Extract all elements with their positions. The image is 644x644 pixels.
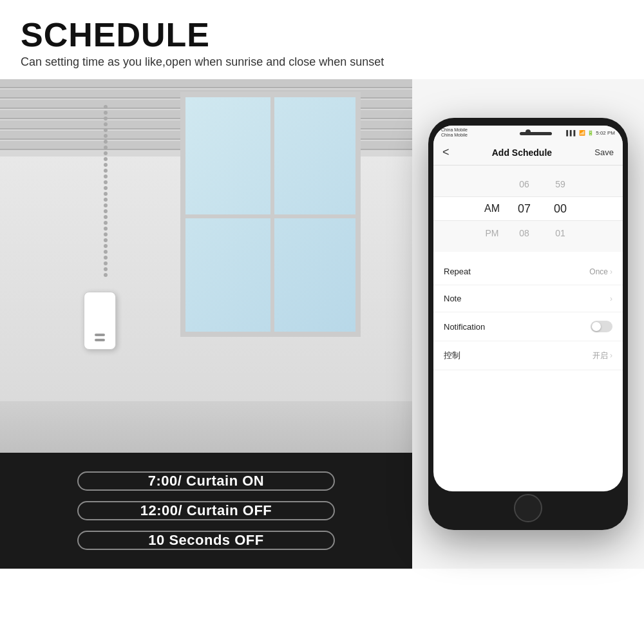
device-led: [95, 334, 105, 336]
carrier-info: China Mobile China Mobile: [441, 128, 468, 138]
wifi-icon: 📶: [579, 130, 585, 136]
schedule-badges-section: 7:00/ Curtain ON 12:00/ Curtain OFF 10 S…: [0, 453, 412, 569]
chevron-icon: ›: [610, 267, 612, 276]
toggle-thumb: [592, 322, 601, 331]
repeat-label: Repeat: [444, 267, 471, 276]
page-title: SCHEDULE: [21, 18, 623, 52]
save-button[interactable]: Save: [594, 147, 614, 157]
status-right: ▌▌▌ 📶 🔋 5:02 PM: [566, 130, 615, 136]
chevron-icon-3: ›: [610, 351, 612, 360]
time-row-next[interactable]: PM 08 01: [433, 221, 623, 245]
smart-curtain-device: [84, 292, 116, 350]
window-frame: [180, 92, 361, 337]
schedule-badge-1: 7:00/ Curtain ON: [77, 471, 335, 491]
header-section: SCHEDULE Can setting time as you like,op…: [0, 0, 644, 79]
control-row[interactable]: 控制 开启 ›: [433, 341, 623, 370]
repeat-value: Once ›: [589, 267, 612, 276]
control-value: 开启 ›: [592, 350, 612, 361]
window-inner: [185, 97, 355, 332]
notification-toggle[interactable]: [591, 321, 612, 332]
phone-mockup: China Mobile China Mobile ▌▌▌ 📶 🔋 5:02 P…: [428, 118, 628, 530]
note-row[interactable]: Note ›: [433, 285, 623, 312]
schedule-badge-2: 12:00/ Curtain OFF: [77, 501, 335, 520]
control-label: 控制: [444, 350, 460, 361]
note-label: Note: [444, 294, 461, 303]
photo-section: 7:00/ Curtain ON 12:00/ Curtain OFF 10 S…: [0, 79, 412, 569]
phone-section: China Mobile China Mobile ▌▌▌ 📶 🔋 5:02 P…: [412, 79, 644, 569]
app-title: Add Schedule: [492, 147, 552, 158]
main-area: 7:00/ Curtain ON 12:00/ Curtain OFF 10 S…: [0, 79, 644, 569]
device-chain: [103, 105, 108, 298]
back-button[interactable]: <: [442, 146, 450, 159]
time-row-selected[interactable]: AM 07 00: [433, 196, 623, 221]
schedule-badge-3: 10 Seconds OFF: [77, 531, 335, 550]
floor: [0, 401, 412, 453]
chevron-icon-2: ›: [610, 294, 612, 303]
page-subtitle: Can setting time as you like,open when s…: [21, 55, 623, 69]
battery-icon: 🔋: [587, 130, 594, 136]
time-picker[interactable]: 06 59 AM 07 00 PM 08 01: [433, 166, 623, 252]
phone-screen: China Mobile China Mobile ▌▌▌ 📶 🔋 5:02 P…: [433, 126, 623, 491]
repeat-row[interactable]: Repeat Once ›: [433, 258, 623, 285]
notification-label: Notification: [444, 322, 485, 332]
settings-list: Repeat Once › Note ›: [433, 258, 623, 370]
phone-speaker: [520, 132, 552, 135]
app-header: < Add Schedule Save: [433, 140, 623, 166]
time-row-prev[interactable]: 06 59: [433, 172, 623, 196]
phone-home-button[interactable]: [514, 494, 542, 522]
note-value: ›: [610, 294, 612, 303]
notification-row[interactable]: Notification: [433, 312, 623, 341]
signal-icon: ▌▌▌: [566, 130, 577, 136]
device-led-2: [95, 339, 105, 341]
